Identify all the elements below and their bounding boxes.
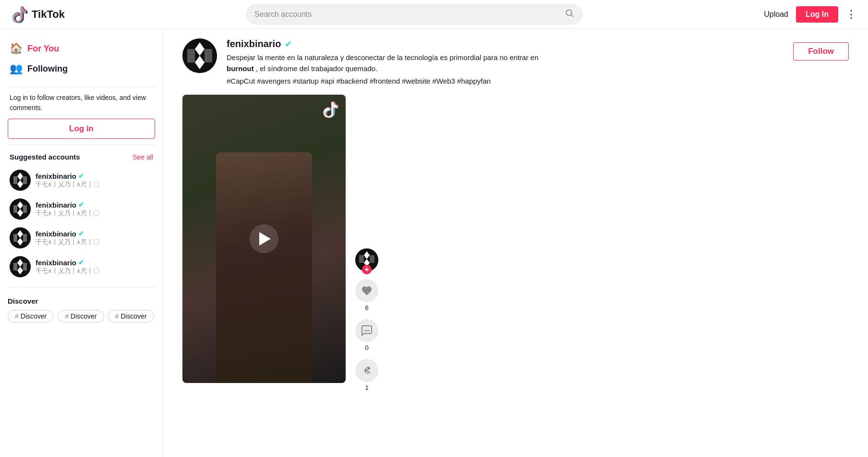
follow-button[interactable]: Follow bbox=[793, 42, 849, 61]
discover-tag-1[interactable]: # Discover bbox=[8, 310, 54, 322]
account-name-4: fenixbinario ✔ bbox=[36, 259, 153, 267]
upload-button[interactable]: Upload bbox=[764, 10, 788, 19]
share-button[interactable] bbox=[355, 359, 378, 382]
suggested-title: Suggested accounts bbox=[10, 153, 80, 161]
svg-marker-5 bbox=[13, 176, 17, 184]
share-icon bbox=[361, 365, 373, 376]
comment-icon bbox=[361, 325, 373, 336]
logo[interactable]: TikTok bbox=[12, 6, 65, 23]
header: TikTok Upload Log In ⋮ bbox=[0, 0, 868, 29]
following-icon: 👥 bbox=[10, 62, 23, 75]
account-info-4: fenixbinario ✔ 千乇∧丨乂乃丨∧尺丨〇 bbox=[36, 259, 153, 275]
share-action[interactable]: 1 bbox=[355, 359, 378, 391]
suggested-account-4[interactable]: fenixbinario ✔ 千乇∧丨乂乃丨∧尺丨〇 bbox=[8, 252, 155, 281]
account-info-2: fenixbinario ✔ 千乇∧丨乂乃丨∧尺丨〇 bbox=[36, 201, 153, 218]
for-you-label: For You bbox=[27, 44, 59, 54]
account-sub-1: 千乇∧丨乂乃丨∧尺丨〇 bbox=[36, 180, 153, 189]
sidebar: 🏠 For You 👥 Following Log in to follow c… bbox=[0, 29, 163, 457]
video-player[interactable] bbox=[182, 95, 346, 383]
following-label: Following bbox=[27, 64, 68, 74]
svg-marker-20 bbox=[13, 263, 17, 271]
avatar-pattern-2 bbox=[10, 198, 31, 220]
svg-marker-31 bbox=[370, 255, 374, 263]
svg-marker-25 bbox=[187, 49, 195, 62]
verified-icon-2: ✔ bbox=[78, 201, 84, 209]
divider-3 bbox=[8, 287, 155, 287]
sidebar-item-for-you[interactable]: 🏠 For You bbox=[8, 38, 155, 59]
profile-avatar-pattern bbox=[182, 38, 217, 73]
account-sub-3: 千乇∧丨乂乃丨∧尺丨〇 bbox=[36, 238, 153, 247]
account-sub-2: 千乇∧丨乂乃丨∧尺丨〇 bbox=[36, 209, 153, 218]
avatar-3 bbox=[10, 227, 31, 248]
profile-verified-icon: ✔ bbox=[285, 39, 292, 49]
svg-point-34 bbox=[368, 330, 370, 332]
search-input[interactable] bbox=[254, 10, 565, 19]
discover-tags: # Discover # Discover # Discover bbox=[8, 310, 155, 322]
home-icon: 🏠 bbox=[10, 42, 23, 55]
sidebar-item-following[interactable]: 👥 Following bbox=[8, 59, 155, 79]
suggested-accounts-header: Suggested accounts See all bbox=[10, 153, 153, 161]
comment-count: 0 bbox=[365, 344, 368, 351]
login-prompt: Log in to follow creators, like videos, … bbox=[10, 93, 153, 113]
hash-icon-1: # bbox=[15, 312, 19, 320]
search-icon bbox=[565, 8, 574, 18]
discover-tag-2[interactable]: # Discover bbox=[58, 310, 104, 322]
play-triangle-icon bbox=[259, 232, 271, 246]
svg-marker-10 bbox=[13, 205, 17, 213]
avatar-4 bbox=[10, 256, 31, 277]
avatar-2 bbox=[10, 198, 31, 220]
share-count: 1 bbox=[365, 384, 368, 391]
sidebar-login-button[interactable]: Log in bbox=[8, 119, 155, 139]
video-section: + 6 bbox=[182, 95, 849, 391]
header-right: Upload Log In ⋮ bbox=[764, 6, 856, 23]
svg-line-1 bbox=[571, 15, 573, 17]
main-content: fenixbinario ✔ Despejar la mente en la n… bbox=[163, 29, 868, 457]
main-layout: 🏠 For You 👥 Following Log in to follow c… bbox=[0, 29, 868, 457]
svg-point-32 bbox=[364, 330, 366, 332]
suggested-account-2[interactable]: fenixbinario ✔ 千乇∧丨乂乃丨∧尺丨〇 bbox=[8, 195, 155, 223]
suggested-account-3[interactable]: fenixbinario ✔ 千乇∧丨乂乃丨∧尺丨〇 bbox=[8, 223, 155, 252]
like-button[interactable] bbox=[355, 279, 378, 302]
avatar-pattern-4 bbox=[10, 256, 31, 277]
play-button[interactable] bbox=[250, 224, 278, 253]
svg-marker-11 bbox=[23, 205, 27, 213]
divider-2 bbox=[8, 145, 155, 145]
profile-avatar bbox=[182, 38, 217, 73]
svg-marker-15 bbox=[13, 234, 17, 242]
svg-marker-21 bbox=[23, 263, 27, 271]
profile-info: fenixbinario ✔ Despejar la mente en la n… bbox=[227, 38, 784, 85]
heart-icon bbox=[361, 285, 373, 296]
more-icon[interactable]: ⋮ bbox=[846, 8, 856, 21]
creator-avatar-action[interactable]: + bbox=[355, 248, 378, 272]
svg-marker-6 bbox=[23, 176, 27, 184]
divider-1 bbox=[8, 86, 155, 87]
avatar-pattern-3 bbox=[10, 227, 31, 248]
tiktok-logo-icon bbox=[12, 6, 29, 23]
profile-username: fenixbinario bbox=[227, 38, 281, 49]
verified-icon-3: ✔ bbox=[78, 230, 84, 237]
watermark-tiktok-icon bbox=[323, 100, 340, 118]
verified-icon-1: ✔ bbox=[78, 172, 84, 180]
svg-marker-30 bbox=[359, 255, 364, 263]
search-bar bbox=[246, 4, 582, 25]
see-all-button[interactable]: See all bbox=[133, 153, 153, 161]
profile-header: fenixbinario ✔ Despejar la mente en la n… bbox=[182, 38, 849, 85]
tiktok-watermark bbox=[323, 100, 340, 118]
search-button[interactable] bbox=[565, 8, 574, 20]
discover-title: Discover bbox=[8, 297, 155, 305]
login-button[interactable]: Log In bbox=[796, 6, 838, 23]
avatar-pattern-1 bbox=[10, 170, 31, 191]
account-info-3: fenixbinario ✔ 千乇∧丨乂乃丨∧尺丨〇 bbox=[36, 230, 153, 247]
svg-point-33 bbox=[366, 330, 368, 332]
suggested-account-1[interactable]: fenixbinario ✔ 千乇∧丨乂乃丨∧尺丨〇 bbox=[8, 166, 155, 195]
discover-tag-3[interactable]: # Discover bbox=[108, 310, 154, 322]
account-sub-4: 千乇∧丨乂乃丨∧尺丨〇 bbox=[36, 267, 153, 275]
svg-marker-16 bbox=[23, 234, 27, 242]
comment-button[interactable] bbox=[355, 319, 378, 342]
profile-bio: Despejar la mente en la naturaleza y des… bbox=[227, 52, 563, 74]
sidebar-nav: 🏠 For You 👥 Following bbox=[8, 38, 155, 79]
hash-icon-2: # bbox=[65, 312, 69, 320]
profile-name-row: fenixbinario ✔ bbox=[227, 38, 784, 49]
comment-action[interactable]: 0 bbox=[355, 319, 378, 351]
like-action[interactable]: 6 bbox=[355, 279, 378, 311]
